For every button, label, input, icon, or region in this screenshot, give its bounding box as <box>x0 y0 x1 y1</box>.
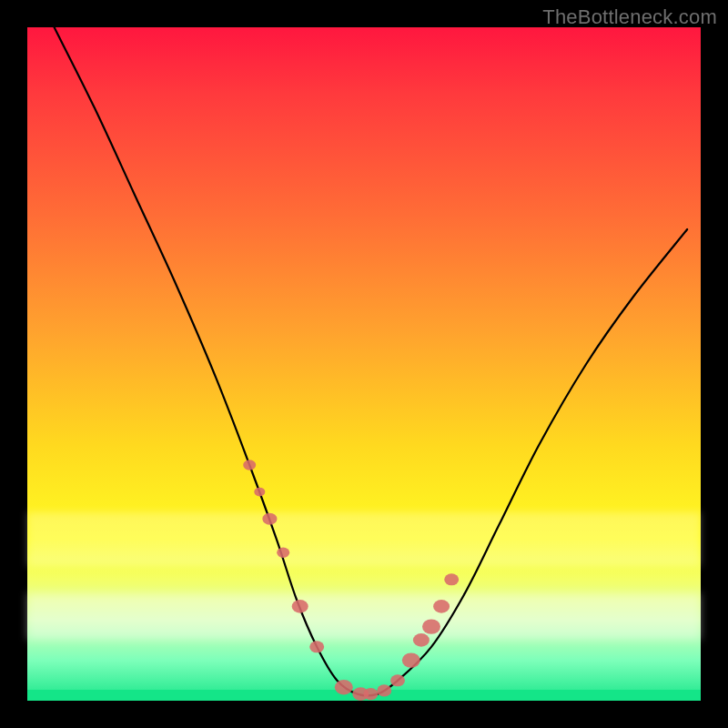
marker-dot <box>377 684 391 696</box>
marker-dot <box>390 674 405 686</box>
marker-dot <box>292 600 308 613</box>
outer-frame: TheBottleneck.com <box>0 0 728 728</box>
marker-dot <box>277 547 289 557</box>
marker-dot <box>363 688 378 700</box>
marker-dot <box>433 600 450 613</box>
marker-dot <box>262 513 277 525</box>
curve-svg <box>27 27 701 701</box>
marker-dot <box>309 641 324 652</box>
marker-dot <box>243 460 256 470</box>
marker-dot <box>413 633 430 647</box>
watermark-text: TheBottleneck.com <box>542 5 717 29</box>
plot-area <box>27 27 701 701</box>
bottleneck-curve <box>55 27 688 695</box>
marker-dot <box>254 488 265 497</box>
marker-dots <box>243 460 459 701</box>
marker-dot <box>444 573 459 585</box>
marker-dot <box>422 619 440 633</box>
marker-dot <box>402 652 420 667</box>
marker-dot <box>335 680 353 694</box>
